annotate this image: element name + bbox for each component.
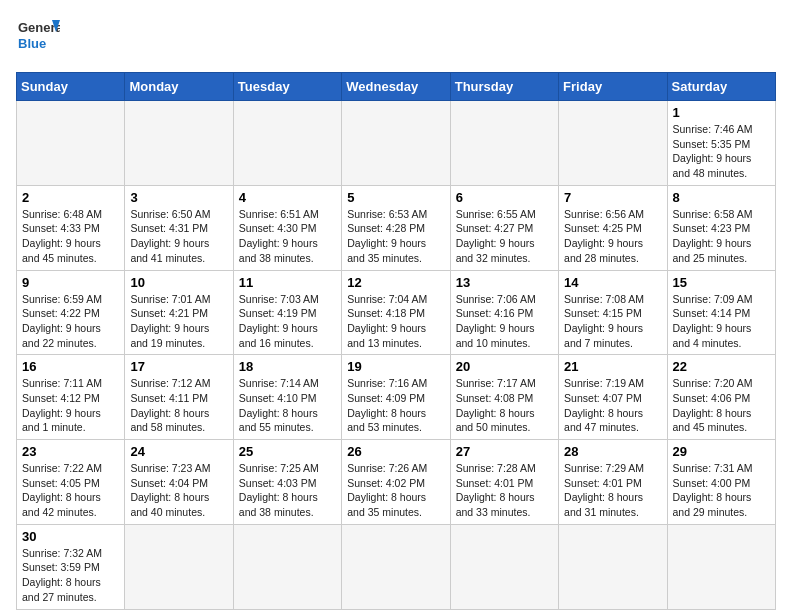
day-number: 9 — [22, 275, 119, 290]
weekday-header-sunday: Sunday — [17, 73, 125, 101]
weekday-header-row: SundayMondayTuesdayWednesdayThursdayFrid… — [17, 73, 776, 101]
calendar-cell: 13Sunrise: 7:06 AM Sunset: 4:16 PM Dayli… — [450, 270, 558, 355]
day-info: Sunrise: 7:11 AM Sunset: 4:12 PM Dayligh… — [22, 376, 119, 435]
day-number: 28 — [564, 444, 661, 459]
calendar-cell: 9Sunrise: 6:59 AM Sunset: 4:22 PM Daylig… — [17, 270, 125, 355]
day-info: Sunrise: 7:03 AM Sunset: 4:19 PM Dayligh… — [239, 292, 336, 351]
calendar-cell: 22Sunrise: 7:20 AM Sunset: 4:06 PM Dayli… — [667, 355, 775, 440]
day-info: Sunrise: 7:28 AM Sunset: 4:01 PM Dayligh… — [456, 461, 553, 520]
day-number: 30 — [22, 529, 119, 544]
calendar-cell: 5Sunrise: 6:53 AM Sunset: 4:28 PM Daylig… — [342, 185, 450, 270]
weekday-header-saturday: Saturday — [667, 73, 775, 101]
day-info: Sunrise: 7:19 AM Sunset: 4:07 PM Dayligh… — [564, 376, 661, 435]
day-info: Sunrise: 7:14 AM Sunset: 4:10 PM Dayligh… — [239, 376, 336, 435]
day-info: Sunrise: 6:51 AM Sunset: 4:30 PM Dayligh… — [239, 207, 336, 266]
calendar-cell — [559, 524, 667, 609]
day-info: Sunrise: 6:56 AM Sunset: 4:25 PM Dayligh… — [564, 207, 661, 266]
calendar-cell: 27Sunrise: 7:28 AM Sunset: 4:01 PM Dayli… — [450, 440, 558, 525]
weekday-header-friday: Friday — [559, 73, 667, 101]
day-number: 14 — [564, 275, 661, 290]
calendar-cell — [559, 101, 667, 186]
page-header: General Blue — [16, 16, 776, 60]
calendar-table: SundayMondayTuesdayWednesdayThursdayFrid… — [16, 72, 776, 610]
day-number: 27 — [456, 444, 553, 459]
day-info: Sunrise: 7:32 AM Sunset: 3:59 PM Dayligh… — [22, 546, 119, 605]
day-number: 29 — [673, 444, 770, 459]
calendar-cell: 16Sunrise: 7:11 AM Sunset: 4:12 PM Dayli… — [17, 355, 125, 440]
weekday-header-monday: Monday — [125, 73, 233, 101]
calendar-cell: 1Sunrise: 7:46 AM Sunset: 5:35 PM Daylig… — [667, 101, 775, 186]
day-info: Sunrise: 7:29 AM Sunset: 4:01 PM Dayligh… — [564, 461, 661, 520]
day-info: Sunrise: 7:04 AM Sunset: 4:18 PM Dayligh… — [347, 292, 444, 351]
day-info: Sunrise: 6:48 AM Sunset: 4:33 PM Dayligh… — [22, 207, 119, 266]
calendar-cell: 3Sunrise: 6:50 AM Sunset: 4:31 PM Daylig… — [125, 185, 233, 270]
day-number: 22 — [673, 359, 770, 374]
day-number: 24 — [130, 444, 227, 459]
day-info: Sunrise: 7:12 AM Sunset: 4:11 PM Dayligh… — [130, 376, 227, 435]
calendar-cell: 2Sunrise: 6:48 AM Sunset: 4:33 PM Daylig… — [17, 185, 125, 270]
calendar-cell: 20Sunrise: 7:17 AM Sunset: 4:08 PM Dayli… — [450, 355, 558, 440]
weekday-header-thursday: Thursday — [450, 73, 558, 101]
calendar-cell — [233, 524, 341, 609]
day-info: Sunrise: 7:26 AM Sunset: 4:02 PM Dayligh… — [347, 461, 444, 520]
day-info: Sunrise: 7:06 AM Sunset: 4:16 PM Dayligh… — [456, 292, 553, 351]
calendar-cell: 28Sunrise: 7:29 AM Sunset: 4:01 PM Dayli… — [559, 440, 667, 525]
day-info: Sunrise: 6:50 AM Sunset: 4:31 PM Dayligh… — [130, 207, 227, 266]
day-number: 21 — [564, 359, 661, 374]
calendar-cell — [342, 101, 450, 186]
weekday-header-wednesday: Wednesday — [342, 73, 450, 101]
day-info: Sunrise: 6:53 AM Sunset: 4:28 PM Dayligh… — [347, 207, 444, 266]
calendar-cell: 11Sunrise: 7:03 AM Sunset: 4:19 PM Dayli… — [233, 270, 341, 355]
calendar-cell: 8Sunrise: 6:58 AM Sunset: 4:23 PM Daylig… — [667, 185, 775, 270]
day-number: 5 — [347, 190, 444, 205]
day-number: 10 — [130, 275, 227, 290]
day-info: Sunrise: 7:09 AM Sunset: 4:14 PM Dayligh… — [673, 292, 770, 351]
day-info: Sunrise: 7:08 AM Sunset: 4:15 PM Dayligh… — [564, 292, 661, 351]
calendar-cell: 24Sunrise: 7:23 AM Sunset: 4:04 PM Dayli… — [125, 440, 233, 525]
day-number: 8 — [673, 190, 770, 205]
calendar-cell — [17, 101, 125, 186]
day-number: 4 — [239, 190, 336, 205]
day-number: 6 — [456, 190, 553, 205]
calendar-cell — [233, 101, 341, 186]
day-number: 12 — [347, 275, 444, 290]
day-info: Sunrise: 7:46 AM Sunset: 5:35 PM Dayligh… — [673, 122, 770, 181]
day-info: Sunrise: 7:22 AM Sunset: 4:05 PM Dayligh… — [22, 461, 119, 520]
day-number: 23 — [22, 444, 119, 459]
day-info: Sunrise: 7:01 AM Sunset: 4:21 PM Dayligh… — [130, 292, 227, 351]
day-info: Sunrise: 7:20 AM Sunset: 4:06 PM Dayligh… — [673, 376, 770, 435]
day-number: 11 — [239, 275, 336, 290]
calendar-cell: 30Sunrise: 7:32 AM Sunset: 3:59 PM Dayli… — [17, 524, 125, 609]
week-row-1: 1Sunrise: 7:46 AM Sunset: 5:35 PM Daylig… — [17, 101, 776, 186]
calendar-cell — [450, 524, 558, 609]
day-info: Sunrise: 7:31 AM Sunset: 4:00 PM Dayligh… — [673, 461, 770, 520]
day-number: 15 — [673, 275, 770, 290]
week-row-3: 9Sunrise: 6:59 AM Sunset: 4:22 PM Daylig… — [17, 270, 776, 355]
calendar-cell — [450, 101, 558, 186]
day-info: Sunrise: 7:16 AM Sunset: 4:09 PM Dayligh… — [347, 376, 444, 435]
weekday-header-tuesday: Tuesday — [233, 73, 341, 101]
calendar-cell: 14Sunrise: 7:08 AM Sunset: 4:15 PM Dayli… — [559, 270, 667, 355]
calendar-cell: 10Sunrise: 7:01 AM Sunset: 4:21 PM Dayli… — [125, 270, 233, 355]
day-number: 26 — [347, 444, 444, 459]
day-info: Sunrise: 6:59 AM Sunset: 4:22 PM Dayligh… — [22, 292, 119, 351]
week-row-4: 16Sunrise: 7:11 AM Sunset: 4:12 PM Dayli… — [17, 355, 776, 440]
logo: General Blue — [16, 16, 60, 60]
calendar-cell: 23Sunrise: 7:22 AM Sunset: 4:05 PM Dayli… — [17, 440, 125, 525]
day-number: 3 — [130, 190, 227, 205]
calendar-cell — [125, 101, 233, 186]
calendar-cell: 4Sunrise: 6:51 AM Sunset: 4:30 PM Daylig… — [233, 185, 341, 270]
day-number: 17 — [130, 359, 227, 374]
calendar-cell: 26Sunrise: 7:26 AM Sunset: 4:02 PM Dayli… — [342, 440, 450, 525]
svg-text:Blue: Blue — [18, 36, 46, 51]
calendar-cell: 29Sunrise: 7:31 AM Sunset: 4:00 PM Dayli… — [667, 440, 775, 525]
week-row-5: 23Sunrise: 7:22 AM Sunset: 4:05 PM Dayli… — [17, 440, 776, 525]
day-number: 16 — [22, 359, 119, 374]
calendar-cell: 15Sunrise: 7:09 AM Sunset: 4:14 PM Dayli… — [667, 270, 775, 355]
calendar-cell — [125, 524, 233, 609]
calendar-cell — [342, 524, 450, 609]
day-number: 7 — [564, 190, 661, 205]
day-number: 18 — [239, 359, 336, 374]
week-row-2: 2Sunrise: 6:48 AM Sunset: 4:33 PM Daylig… — [17, 185, 776, 270]
day-info: Sunrise: 6:58 AM Sunset: 4:23 PM Dayligh… — [673, 207, 770, 266]
